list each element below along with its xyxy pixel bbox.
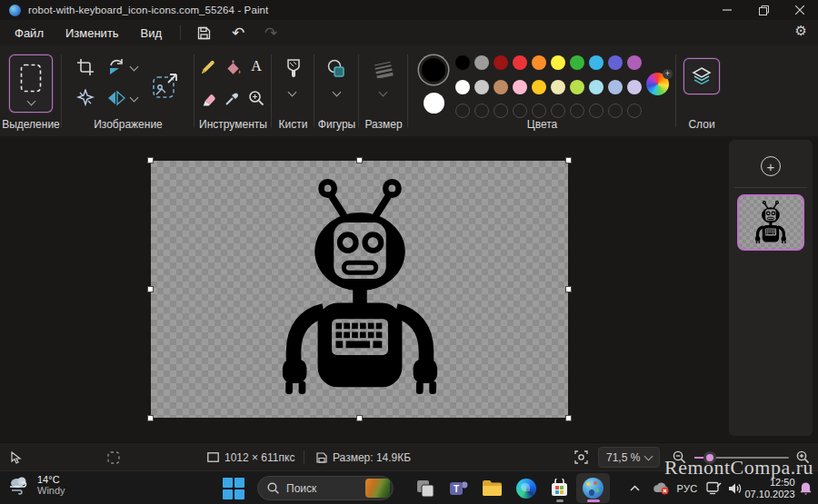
task-view-button[interactable] bbox=[408, 473, 442, 503]
color-swatch[interactable] bbox=[608, 55, 623, 70]
save-button[interactable] bbox=[190, 23, 217, 43]
zoom-level-dropdown[interactable]: 71,5 % bbox=[598, 447, 660, 468]
fill-tool-icon[interactable] bbox=[222, 56, 244, 78]
search-icon bbox=[267, 482, 279, 494]
color-swatch[interactable] bbox=[455, 80, 470, 94]
chevron-down-icon[interactable] bbox=[288, 88, 297, 97]
section-layers: Слои bbox=[676, 45, 727, 136]
selection-handle[interactable] bbox=[565, 157, 572, 163]
color-swatch-empty[interactable] bbox=[589, 104, 604, 118]
selection-handle[interactable] bbox=[565, 286, 572, 292]
search-highlight-image[interactable] bbox=[365, 479, 390, 498]
selection-handle[interactable] bbox=[147, 415, 154, 421]
chevron-down-icon[interactable] bbox=[130, 94, 139, 103]
color-swatch[interactable] bbox=[627, 55, 642, 70]
color-swatch-empty[interactable] bbox=[513, 104, 527, 118]
color-swatch[interactable] bbox=[551, 55, 565, 70]
color-swatch[interactable] bbox=[474, 55, 489, 70]
colors-label: Цвета bbox=[408, 118, 676, 131]
color-swatch-empty[interactable] bbox=[474, 104, 489, 118]
menu-edit[interactable]: Изменить bbox=[56, 23, 128, 44]
fit-to-window-button[interactable] bbox=[574, 443, 588, 471]
settings-gear-icon[interactable]: ⚙ bbox=[795, 23, 807, 39]
color-swatch-empty[interactable] bbox=[551, 104, 565, 118]
close-button[interactable] bbox=[782, 0, 818, 20]
color-swatch[interactable] bbox=[513, 55, 527, 70]
edit-colors-wheel[interactable]: + bbox=[646, 73, 669, 95]
chevron-down-icon[interactable] bbox=[379, 88, 388, 97]
color-swatch[interactable] bbox=[532, 80, 546, 94]
eraser-tool-icon[interactable] bbox=[196, 87, 218, 109]
resize-image-button[interactable] bbox=[149, 69, 182, 102]
brush-icon[interactable] bbox=[283, 58, 304, 80]
color-swatch[interactable] bbox=[570, 80, 584, 94]
color-swatch[interactable] bbox=[513, 80, 527, 94]
color-swatch-empty[interactable] bbox=[455, 104, 470, 118]
add-color-icon: + bbox=[663, 69, 673, 79]
color-swatch-empty[interactable] bbox=[532, 104, 546, 118]
add-layer-button[interactable]: + bbox=[761, 156, 781, 176]
color-swatch[interactable] bbox=[455, 55, 470, 70]
shapes-icon[interactable] bbox=[325, 58, 347, 80]
color-swatch[interactable] bbox=[494, 80, 508, 94]
chevron-down-icon[interactable] bbox=[130, 63, 139, 72]
file-explorer-button[interactable] bbox=[475, 473, 509, 503]
magnifier-tool-icon[interactable] bbox=[245, 87, 267, 109]
color-swatch[interactable] bbox=[589, 80, 604, 94]
restore-button[interactable] bbox=[745, 0, 782, 20]
color-swatch[interactable] bbox=[589, 55, 604, 70]
text-tool-icon[interactable]: A bbox=[245, 55, 267, 77]
line-size-icon[interactable] bbox=[373, 58, 394, 80]
crop-icon[interactable] bbox=[75, 56, 96, 78]
start-button[interactable] bbox=[223, 478, 244, 499]
color-swatch-empty[interactable] bbox=[494, 104, 508, 118]
teams-button[interactable]: T bbox=[442, 473, 475, 503]
rotate-icon[interactable] bbox=[105, 56, 127, 78]
layers-panel-divider bbox=[734, 187, 807, 188]
selection-handle[interactable] bbox=[356, 157, 363, 163]
color-swatch[interactable] bbox=[494, 55, 508, 70]
watermark: RemontCompa.ru bbox=[664, 456, 813, 479]
primary-color-swatch[interactable] bbox=[422, 58, 445, 82]
color-swatch-empty[interactable] bbox=[608, 104, 623, 118]
color-swatch[interactable] bbox=[627, 80, 642, 94]
selection-handle[interactable] bbox=[147, 286, 154, 292]
running-indicator bbox=[556, 499, 564, 502]
secondary-color-swatch[interactable] bbox=[424, 93, 444, 114]
eyedropper-tool-icon[interactable] bbox=[222, 87, 244, 109]
windy-weather-icon bbox=[7, 474, 31, 496]
menu-file[interactable]: Файл bbox=[5, 23, 53, 44]
undo-button[interactable]: ↶ bbox=[224, 23, 252, 43]
color-swatch[interactable] bbox=[474, 80, 489, 94]
status-divider bbox=[304, 450, 304, 464]
selection-handle[interactable] bbox=[147, 157, 154, 163]
flip-icon[interactable] bbox=[105, 87, 127, 109]
color-swatch[interactable] bbox=[570, 55, 584, 70]
canvas[interactable] bbox=[151, 161, 568, 418]
magic-select-icon[interactable] bbox=[75, 87, 96, 109]
selection-tool-button[interactable] bbox=[9, 54, 53, 113]
minimize-button[interactable] bbox=[709, 0, 745, 20]
pencil-tool-icon[interactable] bbox=[196, 56, 218, 78]
color-swatch[interactable] bbox=[551, 80, 565, 94]
search-placeholder: Поиск bbox=[286, 482, 365, 495]
search-box[interactable]: Поиск bbox=[257, 476, 394, 500]
tray-chevron-up-icon[interactable] bbox=[623, 471, 645, 504]
color-swatch-empty[interactable] bbox=[570, 104, 584, 118]
color-swatch[interactable] bbox=[532, 55, 546, 70]
weather-widget[interactable]: 14°C Windy bbox=[7, 474, 65, 496]
layers-button[interactable] bbox=[683, 58, 720, 94]
file-size-icon bbox=[316, 452, 327, 463]
color-swatch[interactable] bbox=[608, 80, 623, 94]
redo-button[interactable]: ↷ bbox=[257, 23, 284, 43]
color-swatch-empty[interactable] bbox=[627, 104, 642, 118]
paint-window: robot-with-keyboard_icon-icons.com_55264… bbox=[0, 0, 818, 504]
chevron-down-icon[interactable] bbox=[333, 88, 342, 97]
menu-view[interactable]: Вид bbox=[132, 23, 172, 44]
layer-thumbnail[interactable] bbox=[737, 194, 804, 251]
selection-handle[interactable] bbox=[565, 415, 572, 421]
edge-button[interactable] bbox=[509, 473, 543, 503]
microsoft-store-button[interactable] bbox=[543, 473, 576, 503]
selection-handle[interactable] bbox=[356, 415, 363, 421]
palette-row-empty bbox=[455, 104, 642, 118]
